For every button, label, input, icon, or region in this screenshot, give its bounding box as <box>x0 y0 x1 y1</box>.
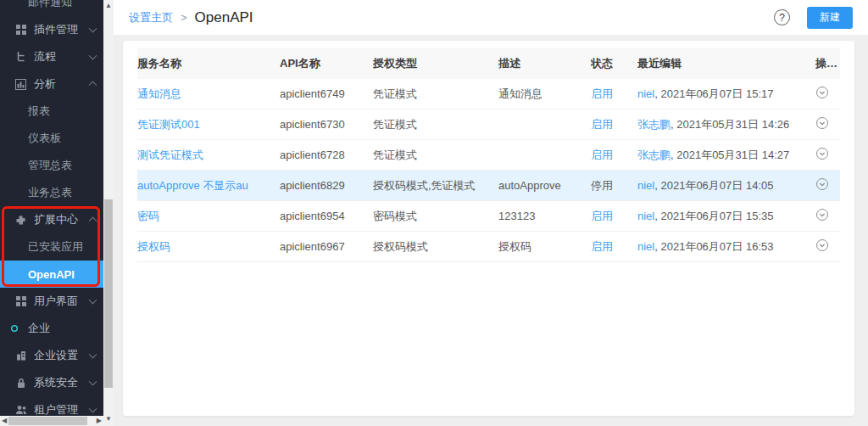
table-header-row: 服务名称 API名称 授权类型 描述 状态 最近编辑 操作 <box>137 48 840 79</box>
page-header: 设置主页 > OpenAPI ? 新建 <box>114 0 868 35</box>
last-edited-cell: 张志鹏, 2021年05月31日 14:26 <box>637 117 815 132</box>
column-header-last-edited: 最近编辑 <box>637 56 815 71</box>
app-screen: 邮件通知插件管理流程分析报表仪表板管理总表业务总表扩展中心已安装应用OpenAP… <box>0 0 868 426</box>
sidebar-item-mail-notice[interactable]: 邮件通知 <box>0 0 103 16</box>
service-name-link[interactable]: 通知消息 <box>137 87 181 100</box>
table-card: 服务名称 API名称 授权类型 描述 状态 最近编辑 操作 通知消息apicli… <box>123 41 854 416</box>
sidebar-item-label: 报表 <box>28 104 50 119</box>
chevron-down-icon <box>89 25 97 33</box>
sidebar-item-workflow[interactable]: 流程 <box>0 43 103 70</box>
sidebar-item-label: 系统安全 <box>34 375 78 390</box>
page-title: OpenAPI <box>195 9 253 26</box>
scroll-down-icon[interactable]: ▼ <box>105 416 112 423</box>
sidebar-menu: 邮件通知插件管理流程分析报表仪表板管理总表业务总表扩展中心已安装应用OpenAP… <box>0 0 103 416</box>
chevron-down-icon <box>89 378 97 386</box>
table-row: autoApprove 不显示auapiclient6829授权码模式,凭证模式… <box>137 171 840 201</box>
api-name-cell: apiclient6967 <box>280 240 373 253</box>
auth-type-cell: 凭证模式 <box>373 148 498 163</box>
table-body: 通知消息apiclient6749凭证模式通知消息启用niel, 2021年06… <box>137 79 840 262</box>
table-row: 通知消息apiclient6749凭证模式通知消息启用niel, 2021年06… <box>137 79 840 109</box>
horizontal-scrollbar-thumb[interactable] <box>8 417 87 425</box>
auth-type-cell: 凭证模式 <box>373 117 498 132</box>
api-name-cell: apiclient6954 <box>280 210 373 222</box>
help-icon[interactable]: ? <box>774 9 790 25</box>
chevron-up-icon <box>89 81 97 89</box>
last-edited-cell: 张志鹏, 2021年05月31日 14:27 <box>637 148 815 163</box>
row-actions-button[interactable] <box>815 116 829 130</box>
row-actions-button[interactable] <box>815 147 829 160</box>
row-actions-button[interactable] <box>815 86 829 99</box>
sidebar-item-label: 用户界面 <box>34 294 78 309</box>
circle-chevron-down-icon <box>815 238 829 252</box>
chevron-down-icon <box>89 405 97 413</box>
sidebar-item-label: 邮件通知 <box>28 0 72 10</box>
circle-chevron-down-icon <box>815 208 829 221</box>
sidebar-item-analytics[interactable]: 分析 <box>0 70 103 98</box>
horizontal-scrollbar[interactable]: ◀ ▶ <box>0 416 103 426</box>
sidebar-item-tenant-mgmt[interactable]: 租户管理 <box>0 396 103 416</box>
editor-link[interactable]: niel <box>637 179 654 192</box>
chevron-down-icon <box>89 350 97 359</box>
sidebar-item-plugin-mgmt[interactable]: 插件管理 <box>0 16 103 43</box>
editor-link[interactable]: niel <box>637 240 654 253</box>
scroll-left-icon[interactable]: ◀ <box>2 418 7 424</box>
status-badge: 启用 <box>591 239 637 255</box>
service-name-link[interactable]: 密码 <box>137 210 159 222</box>
sidebar-item-enterprise-settings[interactable]: 企业设置 <box>0 342 103 369</box>
chevron-down-icon <box>89 296 97 305</box>
service-name-link[interactable]: autoApprove 不显示au <box>137 179 248 192</box>
sidebar-item-label: 企业设置 <box>34 348 78 363</box>
main-content: 设置主页 > OpenAPI ? 新建 服务名称 API名称 授权类型 描述 状… <box>114 0 868 426</box>
vertical-scrollbar-thumb[interactable] <box>104 199 113 388</box>
api-name-cell: apiclient6728 <box>280 149 373 161</box>
api-name-cell: apiclient6730 <box>280 118 373 131</box>
chevron-up-icon <box>89 216 97 225</box>
breadcrumb-settings-home-link[interactable]: 设置主页 <box>129 10 173 25</box>
circle-chevron-down-icon <box>815 116 829 130</box>
last-edited-cell: niel, 2021年06月07日 16:53 <box>637 239 815 255</box>
sidebar-item-mgmt-summary[interactable]: 管理总表 <box>0 152 103 179</box>
sidebar-item-label: 企业 <box>28 321 50 336</box>
description-cell: 通知消息 <box>498 87 591 102</box>
sidebar-item-business-summary[interactable]: 业务总表 <box>0 179 103 206</box>
editor-link[interactable]: 张志鹏 <box>637 118 670 131</box>
scroll-right-icon[interactable]: ▶ <box>97 418 102 424</box>
editor-link[interactable]: niel <box>637 87 654 100</box>
auth-type-cell: 凭证模式 <box>373 87 498 102</box>
service-name-link[interactable]: 授权码 <box>137 240 170 253</box>
editor-link[interactable]: niel <box>637 210 654 222</box>
status-badge: 启用 <box>591 87 637 102</box>
description-cell: 授权码 <box>498 239 591 255</box>
vertical-scrollbar[interactable]: ▲ ▼ <box>103 0 114 426</box>
services-table: 服务名称 API名称 授权类型 描述 状态 最近编辑 操作 通知消息apicli… <box>123 41 854 262</box>
column-header-api-name: API名称 <box>280 56 373 71</box>
plugin-mgmt-icon <box>15 25 26 36</box>
sidebar-item-openapi[interactable]: OpenAPI <box>0 261 103 288</box>
sidebar-item-label: 流程 <box>34 49 56 64</box>
create-new-button[interactable]: 新建 <box>807 7 853 29</box>
sidebar-item-installed-apps[interactable]: 已安装应用 <box>0 233 103 261</box>
row-actions-button[interactable] <box>815 238 829 252</box>
description-cell: autoApprove <box>498 179 591 192</box>
row-actions-button[interactable] <box>815 208 829 221</box>
sidebar-item-system-security[interactable]: 系统安全 <box>0 369 103 396</box>
sidebar-item-user-interface[interactable]: 用户界面 <box>0 288 103 315</box>
service-name-link[interactable]: 凭证测试001 <box>137 118 200 131</box>
sidebar: 邮件通知插件管理流程分析报表仪表板管理总表业务总表扩展中心已安装应用OpenAP… <box>0 0 103 416</box>
row-actions-button[interactable] <box>815 177 829 191</box>
sidebar-item-extension-center[interactable]: 扩展中心 <box>0 206 103 233</box>
sidebar-item-enterprise[interactable]: 企业 <box>0 315 103 342</box>
scroll-up-icon[interactable]: ▲ <box>105 3 112 9</box>
analytics-icon <box>15 79 26 90</box>
status-badge: 启用 <box>591 117 637 132</box>
system-security-icon <box>15 378 26 389</box>
api-name-cell: apiclient6749 <box>280 87 373 100</box>
sidebar-item-reports[interactable]: 报表 <box>0 98 103 125</box>
sidebar-item-dashboard[interactable]: 仪表板 <box>0 125 103 152</box>
extension-center-icon <box>15 215 26 226</box>
sidebar-item-label: 已安装应用 <box>28 239 83 255</box>
breadcrumb-separator: > <box>181 11 187 24</box>
service-name-link[interactable]: 测试凭证模式 <box>137 149 203 161</box>
editor-link[interactable]: 张志鹏 <box>637 149 670 161</box>
column-header-description: 描述 <box>498 56 591 71</box>
